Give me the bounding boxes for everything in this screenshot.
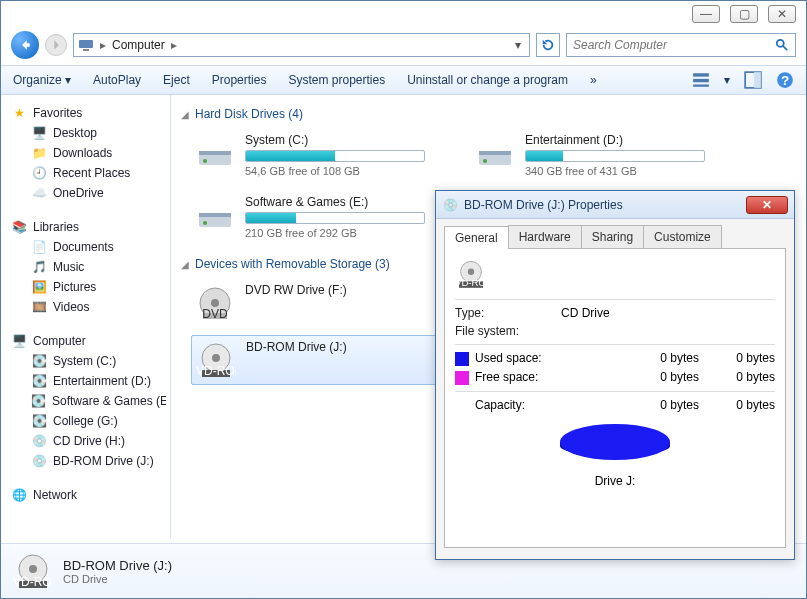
drive-name: System (C:): [245, 133, 425, 147]
tab-sharing[interactable]: Sharing: [581, 225, 644, 248]
sidebar-item-downloads[interactable]: 📁Downloads: [5, 143, 166, 163]
svg-point-33: [468, 269, 474, 275]
sidebar-item-documents[interactable]: 📄Documents: [5, 237, 166, 257]
sidebar-item-onedrive[interactable]: ☁️OneDrive: [5, 183, 166, 203]
breadcrumb-root[interactable]: Computer: [112, 38, 165, 52]
dvd-drive-icon: DVD: [195, 283, 235, 323]
sidebar-item-pictures[interactable]: 🖼️Pictures: [5, 277, 166, 297]
drive-tile-j[interactable]: DVD-ROM BD-ROM Drive (J:): [191, 335, 441, 385]
free-bytes: 0 bytes: [581, 370, 699, 385]
sidebar-item-drive-d[interactable]: 💽Entertainment (D:): [5, 371, 166, 391]
svg-rect-4: [693, 73, 709, 76]
tab-customize[interactable]: Customize: [643, 225, 722, 248]
free-label: Free space:: [475, 370, 538, 384]
drive-icon: 💽: [31, 393, 46, 409]
downloads-icon: 📁: [31, 145, 47, 161]
tab-hardware[interactable]: Hardware: [508, 225, 582, 248]
dialog-titlebar[interactable]: 💿 BD-ROM Drive (J:) Properties ✕: [436, 191, 794, 219]
svg-point-19: [203, 221, 207, 225]
libraries-header[interactable]: 📚Libraries: [5, 217, 166, 237]
sidebar-item-desktop[interactable]: 🖥️Desktop: [5, 123, 166, 143]
network-header[interactable]: 🌐Network: [5, 485, 166, 505]
close-button[interactable]: ✕: [768, 5, 796, 23]
hdd-icon: [195, 195, 235, 235]
drive-tile-e[interactable]: Software & Games (E:) 210 GB free of 292…: [191, 191, 441, 243]
used-swatch: [455, 352, 469, 366]
sidebar-item-drive-j[interactable]: 💿BD-ROM Drive (J:): [5, 451, 166, 471]
drive-free-text: 54,6 GB free of 108 GB: [245, 165, 425, 177]
pictures-icon: 🖼️: [31, 279, 47, 295]
dialog-close-button[interactable]: ✕: [746, 196, 788, 214]
search-input[interactable]: [573, 38, 775, 52]
preview-pane-button[interactable]: [744, 71, 762, 89]
svg-text:DVD-ROM: DVD-ROM: [13, 575, 53, 589]
cd-icon: 💿: [31, 433, 47, 449]
capacity-bar: [245, 150, 425, 162]
svg-text:DVD-ROM: DVD-ROM: [455, 277, 487, 288]
minimize-button[interactable]: —: [692, 5, 720, 23]
svg-rect-18: [199, 213, 231, 217]
forward-button[interactable]: [45, 34, 67, 56]
computer-header[interactable]: 🖥️Computer: [5, 331, 166, 351]
dialog-title: BD-ROM Drive (J:) Properties: [464, 198, 623, 212]
network-icon: 🌐: [11, 487, 27, 503]
autoplay-button[interactable]: AutoPlay: [93, 73, 141, 87]
sidebar-item-drive-g[interactable]: 💽College (G:): [5, 411, 166, 431]
properties-button[interactable]: Properties: [212, 73, 267, 87]
computer-icon: [78, 37, 94, 53]
sidebar-item-drive-c[interactable]: 💽System (C:): [5, 351, 166, 371]
videos-icon: 🎞️: [31, 299, 47, 315]
svg-rect-12: [199, 151, 231, 155]
drive-tile-d[interactable]: Entertainment (D:) 340 GB free of 431 GB: [471, 129, 721, 181]
eject-button[interactable]: Eject: [163, 73, 190, 87]
type-label: Type:: [455, 306, 545, 320]
documents-icon: 📄: [31, 239, 47, 255]
drive-name: Entertainment (D:): [525, 133, 705, 147]
collapse-icon: ◢: [181, 259, 189, 270]
svg-rect-0: [79, 40, 93, 48]
drive-icon: 💽: [31, 413, 47, 429]
svg-rect-15: [479, 151, 511, 155]
breadcrumb-sep-2: ▸: [171, 38, 177, 52]
properties-dialog: 💿 BD-ROM Drive (J:) Properties ✕ General…: [435, 190, 795, 560]
details-name: BD-ROM Drive (J:): [63, 558, 172, 573]
sidebar-item-drive-h[interactable]: 💿CD Drive (H:): [5, 431, 166, 451]
sidebar-item-videos[interactable]: 🎞️Videos: [5, 297, 166, 317]
view-options-button[interactable]: [692, 71, 710, 89]
navigation-bar: ▸ Computer ▸ ▾: [11, 31, 796, 59]
capacity-bytes: 0 bytes: [581, 398, 699, 412]
view-dropdown[interactable]: ▾: [724, 73, 730, 87]
search-box[interactable]: [566, 33, 796, 57]
group-hdd[interactable]: ◢Hard Disk Drives (4): [181, 107, 796, 121]
svg-rect-5: [693, 79, 709, 82]
sidebar-item-music[interactable]: 🎵Music: [5, 257, 166, 277]
used-bytes-2: 0 bytes: [715, 351, 775, 366]
system-properties-button[interactable]: System properties: [288, 73, 385, 87]
tab-general[interactable]: General: [444, 226, 509, 249]
address-bar[interactable]: ▸ Computer ▸ ▾: [73, 33, 530, 57]
drive-letter-label: Drive J:: [455, 474, 775, 488]
dialog-tabs: General Hardware Sharing Customize: [436, 219, 794, 248]
toolbar-overflow[interactable]: »: [590, 73, 597, 87]
drive-tile-c[interactable]: System (C:) 54,6 GB free of 108 GB: [191, 129, 441, 181]
organize-menu[interactable]: Organize ▾: [13, 73, 71, 87]
address-dropdown[interactable]: ▾: [511, 38, 525, 52]
sidebar-item-recent[interactable]: 🕘Recent Places: [5, 163, 166, 183]
refresh-button[interactable]: [536, 33, 560, 57]
drive-tile-f[interactable]: DVD DVD RW Drive (F:): [191, 279, 441, 327]
collapse-icon: ◢: [181, 109, 189, 120]
favorites-header[interactable]: ★Favorites: [5, 103, 166, 123]
svg-rect-1: [83, 49, 89, 51]
tab-page-general: DVD-ROM Type:CD Drive File system: Used …: [444, 248, 786, 548]
sidebar-item-drive-e[interactable]: 💽Software & Games (E:): [5, 391, 166, 411]
details-drive-icon: DVD-ROM: [13, 551, 53, 591]
help-button[interactable]: ?: [776, 71, 794, 89]
uninstall-button[interactable]: Uninstall or change a program: [407, 73, 568, 87]
svg-point-21: [211, 299, 219, 307]
capacity-bytes-2: 0 bytes: [715, 398, 775, 412]
hdd-icon: [475, 133, 515, 173]
svg-rect-8: [754, 72, 761, 88]
maximize-button[interactable]: ▢: [730, 5, 758, 23]
dialog-body-drive-icon: DVD-ROM: [455, 259, 487, 291]
back-button[interactable]: [11, 31, 39, 59]
